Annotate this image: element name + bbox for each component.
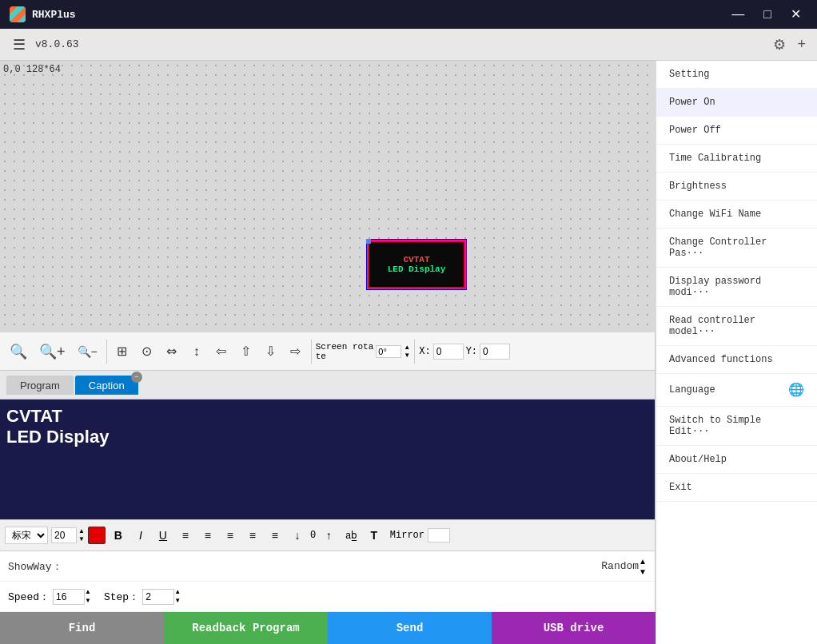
menu-item-label-4: Brightness <box>669 181 727 192</box>
left-content: 0,0 128*64 CVTAT LED Display 🔍 🔍+ 🔍− ⊞ ⊙… <box>0 61 656 644</box>
speed-label: Speed： <box>8 590 50 604</box>
menu-item-10[interactable]: Language🌐 <box>656 374 817 407</box>
align-center-btn[interactable]: ≡ <box>198 527 217 544</box>
speed-row: Speed： ▲ ▼ Step： ▲ ▼ <box>0 582 655 612</box>
menu-item-11[interactable]: Switch to Simple Edit··· <box>656 407 817 446</box>
close-button[interactable]: ✕ <box>784 6 807 22</box>
zoom-search-btn[interactable]: 🔍 <box>5 340 32 364</box>
menu-icon[interactable]: ☰ <box>8 33 30 57</box>
app-title: RHXPlus <box>32 9 76 21</box>
justify-btn[interactable]: ≡ <box>243 527 262 544</box>
menu-item-9[interactable]: Advanced functions <box>656 346 817 374</box>
italic-btn[interactable]: I <box>131 527 150 544</box>
speed-arrows: ▲ ▼ <box>85 588 91 605</box>
y-input[interactable] <box>480 344 510 360</box>
readback-button[interactable]: Readback Program <box>164 612 328 644</box>
content-area: 0,0 128*64 CVTAT LED Display 🔍 🔍+ 🔍− ⊞ ⊙… <box>0 61 817 644</box>
step-input[interactable] <box>142 589 174 605</box>
underline-btn[interactable]: U <box>153 527 173 544</box>
showway-row: ShowWay： Random ▲ ▼ <box>0 551 655 582</box>
format-toolbar: 标宋 ▲ ▼ B I U ≡ ≡ ≡ ≡ ≡ ↓ 0 <box>0 519 655 551</box>
caption-tab[interactable]: Caption <box>75 376 138 395</box>
down-btn[interactable]: ⇩ <box>260 340 282 362</box>
prev-btn[interactable]: ⇦ <box>210 340 233 362</box>
speed-down-btn[interactable]: ▼ <box>85 597 91 605</box>
font-size-up-btn[interactable]: ▲ <box>78 527 85 535</box>
x-group: X: <box>419 344 463 360</box>
bold-btn[interactable]: B <box>109 527 128 544</box>
x-input[interactable] <box>433 344 464 360</box>
menu-item-label-12: About/Help <box>669 454 727 465</box>
font-size-arrows: ▲ ▼ <box>78 527 85 543</box>
menu-item-1[interactable]: Power On <box>656 89 817 117</box>
settings-icon[interactable]: ⚙ <box>770 33 789 57</box>
step-up-btn[interactable]: ▲ <box>174 588 181 596</box>
color-picker-btn[interactable] <box>88 527 106 544</box>
send-button[interactable]: Send <box>328 612 492 644</box>
main-toolbar: ☰ v8.0.63 ⚙ + <box>0 29 817 61</box>
x-label: X: <box>419 346 430 357</box>
add-icon[interactable]: + <box>794 33 809 57</box>
menu-item-label-2: Power Off <box>669 125 721 136</box>
up-arrow-btn[interactable]: ↕ <box>185 341 208 362</box>
scroll-down-btn[interactable]: ↓ <box>288 527 307 544</box>
showway-up-btn[interactable]: ▲ <box>639 556 647 566</box>
scroll-up-btn[interactable]: ↑ <box>319 527 338 544</box>
menu-item-8[interactable]: Read controller model··· <box>656 307 817 346</box>
align-left-btn[interactable]: ≡ <box>176 527 195 544</box>
text-align2-btn[interactable]: ≡ <box>265 527 285 544</box>
mirror-input[interactable] <box>428 528 450 543</box>
led-display-widget[interactable]: CVTAT LED Display <box>368 241 465 288</box>
menu-item-6[interactable]: Change Controller Pas··· <box>656 229 817 268</box>
rotate-down-btn[interactable]: ▼ <box>404 352 410 360</box>
menu-item-icon-10: 🌐 <box>788 382 804 398</box>
titlebar-left: RHXPlus <box>10 6 76 22</box>
rotate-input[interactable]: 0° <box>376 345 401 358</box>
menu-item-3[interactable]: Time Calibrating <box>656 145 817 173</box>
tab-close-btn[interactable]: − <box>131 372 142 383</box>
menu-item-label-5: Change WiFi Name <box>669 209 761 220</box>
text-content-area[interactable]: CVTAT LED Display <box>0 400 655 519</box>
speed-up-btn[interactable]: ▲ <box>85 588 91 596</box>
menu-item-2[interactable]: Power Off <box>656 117 817 145</box>
rotate-up-btn[interactable]: ▲ <box>404 344 410 352</box>
speed-input[interactable] <box>53 589 85 605</box>
font-size-input[interactable] <box>51 527 77 543</box>
fit-btn[interactable]: ⊙ <box>136 340 158 362</box>
tool-controls: 🔍 🔍+ 🔍− ⊞ ⊙ ⇔ ↕ ⇦ ⇧ ⇩ ⇨ Screen rotate 0°… <box>0 332 655 371</box>
menu-item-13[interactable]: Exit <box>656 474 817 502</box>
step-down-btn[interactable]: ▼ <box>174 597 181 605</box>
maximize-button[interactable]: □ <box>757 6 778 22</box>
showway-value: Random <box>601 560 639 572</box>
canvas-area: 0,0 128*64 CVTAT LED Display <box>0 61 656 332</box>
align-right-btn[interactable]: ≡ <box>221 527 240 544</box>
minimize-button[interactable]: — <box>725 6 751 22</box>
sep2 <box>311 340 312 364</box>
font-select[interactable]: 标宋 <box>5 527 48 544</box>
zero-val: 0 <box>310 530 316 541</box>
text-btn[interactable]: T <box>365 527 384 544</box>
zoom-out-btn[interactable]: 🔍− <box>73 342 102 361</box>
menu-item-5[interactable]: Change WiFi Name <box>656 201 817 229</box>
next-btn[interactable]: ⇨ <box>285 340 307 362</box>
menu-item-7[interactable]: Display password modi··· <box>656 268 817 307</box>
app-body: 0,0 128*64 CVTAT LED Display 🔍 🔍+ 🔍− ⊞ ⊙… <box>0 61 817 644</box>
step-arrows: ▲ ▼ <box>174 588 181 605</box>
zoom-in-btn[interactable]: 🔍+ <box>34 340 70 364</box>
menu-item-12[interactable]: About/Help <box>656 446 817 474</box>
led-line2: LED Display <box>388 264 446 274</box>
grid-btn[interactable]: ⊞ <box>111 340 134 362</box>
left-arrow-btn[interactable]: ⇔ <box>161 340 183 362</box>
strikethrough-btn[interactable]: ab̲ <box>341 527 361 543</box>
menu-item-label-8: Read controller model··· <box>669 315 804 337</box>
find-button[interactable]: Find <box>0 612 164 644</box>
showway-down-btn[interactable]: ▼ <box>639 566 647 577</box>
menu-item-4[interactable]: Brightness <box>656 173 817 201</box>
up2-btn[interactable]: ⇧ <box>235 340 257 362</box>
sep1 <box>106 340 107 364</box>
step-label: Step： <box>104 590 139 604</box>
font-size-down-btn[interactable]: ▼ <box>78 535 85 543</box>
menu-item-0[interactable]: Setting <box>656 61 817 89</box>
usb-button[interactable]: USB drive <box>492 612 656 644</box>
program-tab[interactable]: Program <box>6 376 74 395</box>
